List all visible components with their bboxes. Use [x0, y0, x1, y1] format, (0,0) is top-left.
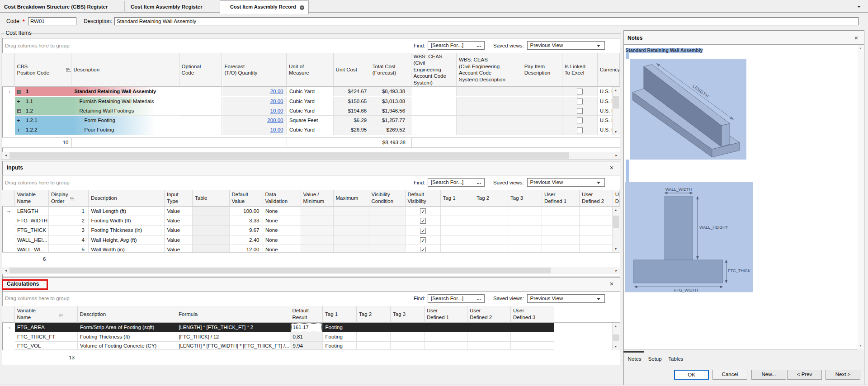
svg-text:FTG_THICK: FTG_THICK [728, 268, 750, 273]
svg-text:WALL_HEIGHT: WALL_HEIGHT [699, 225, 728, 230]
svg-text:WALL_WIDTH: WALL_WIDTH [665, 187, 692, 192]
svg-text:FTG_WIDTH: FTG_WIDTH [674, 288, 698, 292]
